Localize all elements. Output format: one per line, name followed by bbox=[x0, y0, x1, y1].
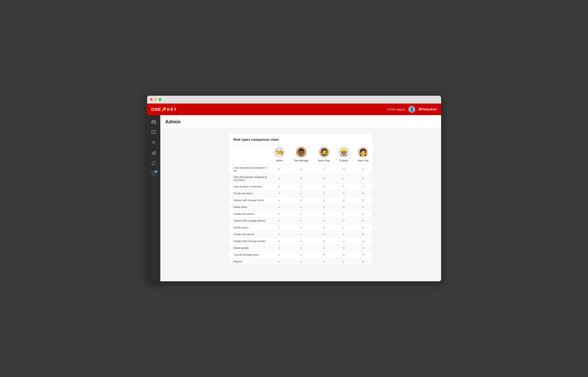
table-row: View items/places assigned to me✕✕✓✕✕ bbox=[229, 165, 373, 174]
x-icon: ✕ bbox=[343, 233, 345, 236]
row-label: Update (edit manage people) bbox=[229, 238, 270, 245]
row-label: View items/people assigned to my places bbox=[229, 174, 270, 183]
checkmark-icon: ✓ bbox=[278, 260, 281, 263]
cell-11-3: ✕ bbox=[334, 245, 353, 252]
user-avatar[interactable]: 👤 bbox=[408, 106, 415, 113]
minimize-button[interactable] bbox=[154, 98, 157, 101]
cell-12-0: ✓ bbox=[270, 252, 289, 258]
cell-7-4: ✕ bbox=[353, 217, 373, 224]
cell-4-1: ✓ bbox=[289, 197, 314, 204]
cell-5-0: ✓ bbox=[270, 204, 289, 211]
checkmark-icon: ✓ bbox=[323, 168, 325, 171]
table-row: Update (edit manage places)✓✓✕✓✕ bbox=[229, 217, 373, 224]
row-label: Update (edit manage places) bbox=[229, 217, 270, 224]
cell-1-1: ✕ bbox=[289, 174, 314, 183]
sidebar-item-alerts[interactable] bbox=[149, 169, 158, 178]
x-icon: ✕ bbox=[323, 253, 325, 257]
checkmark-icon: ✓ bbox=[278, 199, 281, 202]
key-icon: 🔑 bbox=[162, 107, 167, 112]
cell-5-1: ✓ bbox=[289, 204, 314, 211]
x-icon: ✕ bbox=[278, 168, 281, 171]
sidebar-item-transfers[interactable] bbox=[149, 159, 158, 168]
sidebar-item-people[interactable] bbox=[149, 138, 158, 147]
row-label: View items/places assigned to me bbox=[229, 165, 270, 174]
cell-2-4: ✓ bbox=[353, 183, 373, 190]
checkmark-icon: ✓ bbox=[300, 253, 302, 257]
covid-support-link[interactable]: COVID support bbox=[387, 108, 405, 111]
cell-5-2: ✕ bbox=[314, 204, 334, 211]
role-header-tool-manager: 👨🏾 Tool Manager bbox=[289, 145, 314, 165]
app-frame: ONE 🔑 KEY COVID support 👤 Milwaukee bbox=[147, 104, 441, 281]
close-button[interactable] bbox=[150, 98, 153, 101]
x-icon: ✕ bbox=[323, 212, 325, 216]
cell-2-3: ✕ bbox=[334, 183, 353, 190]
cell-11-1: ✓ bbox=[289, 245, 314, 252]
cell-10-2: ✕ bbox=[314, 238, 334, 245]
cell-4-0: ✓ bbox=[270, 197, 289, 204]
table-row: Reports✓✓✓✓✕ bbox=[229, 258, 373, 265]
alert-icon bbox=[151, 171, 156, 176]
browser-titlebar bbox=[147, 96, 441, 104]
x-icon: ✕ bbox=[362, 205, 364, 209]
content-area: Role types comparison chart 👨‍🍳 Admin bbox=[160, 129, 441, 270]
cell-12-4: ✕ bbox=[353, 252, 373, 258]
cell-11-0: ✓ bbox=[270, 245, 289, 252]
row-label: Delete people bbox=[229, 245, 270, 252]
page-header: Admin bbox=[160, 115, 441, 129]
x-icon: ✕ bbox=[343, 168, 345, 171]
comparison-card: Role types comparison chart 👨‍🍳 Admin bbox=[228, 133, 373, 265]
cell-12-3: ✕ bbox=[334, 252, 353, 258]
x-icon: ✕ bbox=[323, 246, 325, 250]
logo-one: ONE bbox=[151, 107, 161, 112]
cell-7-2: ✕ bbox=[314, 217, 334, 224]
x-icon: ✕ bbox=[323, 199, 325, 202]
logo-key: KEY bbox=[167, 107, 177, 112]
row-label: Reports bbox=[229, 258, 270, 265]
x-icon: ✕ bbox=[362, 226, 364, 229]
table-row: Transfers/Assignments✓✓✕✕✕ bbox=[229, 252, 373, 258]
cell-13-0: ✓ bbox=[270, 258, 289, 265]
cell-8-3: ✓ bbox=[334, 224, 353, 231]
checkmark-icon: ✓ bbox=[343, 260, 345, 263]
svg-rect-7 bbox=[153, 152, 154, 154]
cell-10-3: ✓ bbox=[334, 238, 353, 245]
checkmark-icon: ✓ bbox=[278, 205, 281, 209]
x-icon: ✕ bbox=[362, 240, 364, 243]
sidebar-item-reports[interactable] bbox=[149, 148, 158, 157]
cell-4-2: ✕ bbox=[314, 197, 334, 204]
svg-point-5 bbox=[153, 141, 154, 142]
sidebar bbox=[147, 115, 160, 281]
cell-6-4: ✕ bbox=[353, 211, 373, 217]
checkmark-icon: ✓ bbox=[343, 212, 345, 216]
cell-8-2: ✕ bbox=[314, 224, 334, 231]
cell-7-0: ✓ bbox=[270, 217, 289, 224]
checkmark-icon: ✓ bbox=[278, 212, 281, 216]
x-icon: ✕ bbox=[323, 233, 325, 236]
table-row: Update (edit manage people)✓✓✕✓✕ bbox=[229, 238, 373, 245]
cell-9-2: ✕ bbox=[314, 231, 334, 238]
cell-3-0: ✓ bbox=[270, 190, 289, 197]
cell-1-2: ✕ bbox=[314, 174, 334, 183]
row-label: Transfers/Assignments bbox=[229, 252, 270, 258]
map-icon bbox=[151, 130, 156, 134]
cell-9-0: ✓ bbox=[270, 231, 289, 238]
checkmark-icon: ✓ bbox=[300, 240, 302, 243]
checkmark-icon: ✓ bbox=[278, 253, 281, 257]
table-row: Create new items✓✓✕✕✕ bbox=[229, 190, 373, 197]
sidebar-item-admin[interactable] bbox=[149, 117, 158, 126]
cell-13-1: ✓ bbox=[289, 258, 314, 265]
x-icon: ✕ bbox=[343, 253, 345, 257]
checkmark-icon: ✓ bbox=[300, 246, 302, 250]
sidebar-item-maps[interactable] bbox=[149, 128, 158, 137]
row-label: Update (edit manage items) bbox=[229, 197, 270, 204]
checkmark-icon: ✓ bbox=[278, 192, 281, 195]
maximize-button[interactable] bbox=[159, 98, 161, 101]
cell-0-4: ✕ bbox=[353, 165, 373, 174]
checkmark-icon: ✓ bbox=[343, 240, 345, 243]
row-label: View all items in inventory bbox=[229, 183, 270, 190]
cell-8-4: ✕ bbox=[353, 224, 373, 231]
row-label: Create new items bbox=[229, 190, 270, 197]
x-icon: ✕ bbox=[362, 192, 364, 195]
cell-1-0: ✕ bbox=[270, 174, 289, 183]
table-row: View items/people assigned to my places✕… bbox=[229, 174, 373, 183]
